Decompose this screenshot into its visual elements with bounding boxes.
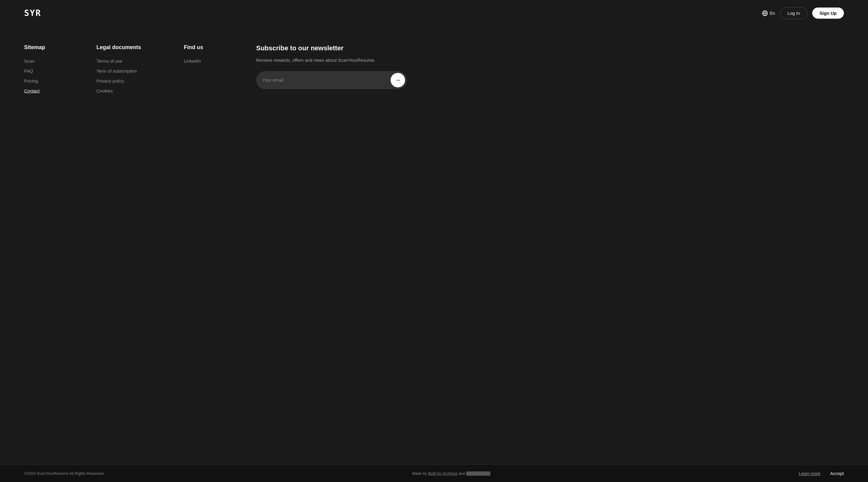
lang-label: En	[770, 11, 775, 16]
legal-link-terms-of-use[interactable]: Terms of use	[96, 59, 122, 64]
sitemap-section: Sitemap Scan FAQ Pricing Contact	[24, 44, 84, 94]
list-item: LinkedIn	[184, 58, 244, 64]
list-item: Term of subscription	[96, 68, 172, 74]
email-form: →	[256, 71, 407, 89]
bottom-bar: ©2024 ScanYourResume All Rights Reserved…	[0, 464, 868, 482]
email-input[interactable]	[262, 75, 391, 85]
accept-button[interactable]: Accept	[830, 471, 844, 476]
sitemap-link-pricing[interactable]: Pricing	[24, 78, 38, 84]
made-by: Made by Built for Archives and	[412, 471, 490, 476]
linkedin-link[interactable]: LinkedIn	[184, 59, 201, 64]
newsletter-section: Subscribe to our newsletter Receive rewa…	[256, 44, 844, 94]
list-item: Contact	[24, 88, 84, 94]
logo: SYR	[24, 8, 41, 18]
header-right: En Log In Sign Up	[762, 7, 844, 19]
language-selector[interactable]: En	[762, 10, 775, 16]
signup-button[interactable]: Sign Up	[812, 7, 844, 19]
list-item: Privacy policy	[96, 78, 172, 84]
legal-link-term-subscription[interactable]: Term of subscription	[96, 68, 137, 73]
sitemap-list: Scan FAQ Pricing Contact	[24, 58, 84, 94]
list-item: Cookies	[96, 88, 172, 94]
legal-list: Terms of use Term of subscription Privac…	[96, 58, 172, 94]
sitemap-link-scan[interactable]: Scan	[24, 59, 34, 64]
find-us-section: Find us LinkedIn	[184, 44, 244, 94]
list-item: FAQ	[24, 68, 84, 74]
newsletter-title: Subscribe to our newsletter	[256, 44, 844, 52]
bottom-right: Learn more Accept	[799, 471, 844, 476]
main-content: Sitemap Scan FAQ Pricing Contact Legal d…	[0, 26, 868, 464]
find-us-list: LinkedIn	[184, 58, 244, 64]
list-item: Scan	[24, 58, 84, 64]
find-us-title: Find us	[184, 44, 244, 51]
globe-icon	[762, 10, 768, 16]
legal-section: Legal documents Terms of use Term of sub…	[96, 44, 172, 94]
built-for-archives-link[interactable]: Built for Archives	[428, 471, 458, 476]
redacted-text	[466, 472, 490, 476]
legal-link-cookies[interactable]: Cookies	[96, 88, 113, 93]
sitemap-title: Sitemap	[24, 44, 84, 51]
submit-button[interactable]: →	[391, 73, 405, 87]
arrow-icon: →	[395, 76, 401, 84]
login-button[interactable]: Log In	[780, 7, 808, 19]
header: SYR En Log In Sign Up	[0, 0, 868, 26]
legal-title: Legal documents	[96, 44, 172, 51]
footer-grid: Sitemap Scan FAQ Pricing Contact Legal d…	[24, 44, 844, 94]
made-by-prefix: Made by	[412, 471, 427, 476]
made-by-suffix: and	[458, 471, 465, 476]
learn-more-link[interactable]: Learn more	[799, 471, 821, 476]
sitemap-link-faq[interactable]: FAQ	[24, 68, 33, 73]
sitemap-link-contact[interactable]: Contact	[24, 88, 40, 93]
legal-link-privacy[interactable]: Privacy policy	[96, 78, 124, 84]
newsletter-description: Receive rewards, offers and news about S…	[256, 57, 844, 64]
list-item: Terms of use	[96, 58, 172, 64]
copyright: ©2024 ScanYourResume All Rights Reserved	[24, 471, 103, 476]
list-item: Pricing	[24, 78, 84, 84]
